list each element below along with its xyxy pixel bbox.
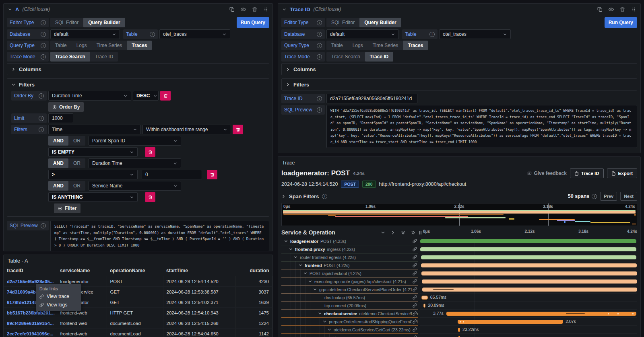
limit-input[interactable] — [48, 113, 73, 123]
bool-operator-toggle[interactable]: ANDOR — [48, 181, 85, 191]
trace-search-option[interactable]: Trace Search — [50, 52, 90, 62]
run-query-button[interactable]: Run Query — [237, 17, 269, 28]
remove-filter-button[interactable] — [145, 192, 155, 202]
remove-filter-button[interactable] — [145, 147, 155, 157]
hide-response-icon[interactable] — [609, 7, 614, 12]
span-name-cell[interactable]: prepareOrderItemsAndShippingQuoteFromCar… — [281, 318, 418, 326]
span-name-cell[interactable]: POST /api/checkout (4.22s) — [281, 269, 418, 277]
and-option[interactable]: AND — [48, 158, 68, 168]
filter-value-input[interactable] — [142, 170, 202, 179]
span-bar[interactable] — [446, 312, 636, 316]
trace-minimap[interactable]: 0μs 1.06s 2.12s 3.18s 4.24s — [281, 203, 637, 226]
delete-query-icon[interactable] — [620, 7, 625, 12]
double-chevron-right-icon[interactable] — [411, 230, 416, 235]
table-select[interactable]: otel_traces — [439, 29, 511, 39]
add-query-button[interactable]: Add query — [281, 153, 320, 153]
trace-id-option[interactable]: Trace ID — [365, 52, 394, 62]
or-option[interactable]: OR — [68, 136, 85, 146]
span-row[interactable]: frontend-proxyingress (4.22s) — [281, 245, 637, 253]
editor-type-toggle[interactable]: SQL Editor Query Builder — [50, 18, 125, 27]
and-option[interactable]: AND — [48, 181, 68, 191]
columns-section-header[interactable]: Columns — [7, 64, 269, 75]
filter-field-select[interactable]: Service Name — [89, 181, 181, 191]
double-chevron-down-icon[interactable] — [400, 230, 406, 235]
span-row[interactable]: checkoutserviceoteldemo.CheckoutService/… — [281, 310, 637, 318]
give-feedback-link[interactable]: Give feedback — [527, 171, 566, 176]
link-icon[interactable] — [412, 303, 417, 308]
query-type-traces[interactable]: Traces — [403, 41, 428, 50]
span-name-cell[interactable] — [281, 334, 418, 337]
next-button[interactable]: Next — [620, 192, 637, 201]
span-bar[interactable] — [422, 288, 637, 292]
chevron-down-icon[interactable] — [293, 255, 298, 259]
chevron-down-icon[interactable] — [289, 247, 293, 251]
drag-handle-icon[interactable] — [263, 7, 268, 12]
table-row[interactable]: 2ce7ccfc91941096c...frontend-webdocument… — [4, 329, 272, 337]
query-inspector-button[interactable]: Query inspector — [323, 153, 375, 153]
query-builder-option[interactable]: Query Builder — [83, 18, 125, 27]
query-type-toggle[interactable]: Table Logs Time Series Traces — [50, 41, 152, 50]
query-type-toggle[interactable]: Table Logs Time Series Traces — [326, 41, 428, 50]
link-icon[interactable] — [412, 335, 417, 337]
query-type-table[interactable]: Table — [326, 41, 348, 50]
query-type-timeseries[interactable]: Time Series — [92, 41, 127, 50]
col-traceid[interactable]: traceID — [4, 265, 57, 276]
delete-query-icon[interactable] — [252, 7, 257, 12]
or-option[interactable]: OR — [68, 158, 85, 168]
query-builder-option[interactable]: Query Builder — [359, 18, 401, 27]
span-row[interactable]: executing api route (pages) /api/checkou… — [281, 277, 637, 286]
query-type-traces[interactable]: Traces — [127, 41, 152, 50]
hide-response-icon[interactable] — [241, 7, 246, 12]
chevron-down-icon[interactable] — [298, 263, 303, 267]
trace-link[interactable]: 89cf4286e631591b4... — [4, 318, 57, 329]
table-row[interactable]: 89cf4286e631591b4...frontend-webdocument… — [4, 318, 272, 329]
span-name-cell[interactable]: oteldemo.CartService/GetCart (23.22ms) — [281, 326, 418, 334]
col-starttime[interactable]: startTime — [163, 265, 235, 276]
chevron-down-icon[interactable] — [380, 230, 386, 235]
link-icon[interactable] — [412, 311, 417, 316]
chevron-down-icon[interactable] — [322, 319, 327, 324]
trace-link[interactable]: 2ce7ccfc91941096c... — [4, 329, 57, 337]
span-row[interactable] — [281, 334, 637, 337]
query-type-table[interactable]: Table — [50, 41, 72, 50]
and-option[interactable]: AND — [48, 136, 68, 146]
span-name-cell[interactable]: frontend-proxyingress (4.22s) — [281, 245, 418, 253]
filter-field-select[interactable]: Parent Span ID — [89, 136, 181, 146]
span-row[interactable]: dns.lookup (65.57ms) 65.57ms — [281, 294, 637, 302]
chevron-down-icon[interactable] — [318, 311, 322, 316]
trace-id-input[interactable] — [326, 94, 417, 103]
trace-mode-toggle[interactable]: Trace Search Trace ID — [326, 52, 393, 62]
link-icon[interactable] — [412, 271, 417, 275]
col-operationname[interactable]: operationName — [107, 265, 163, 276]
drag-handle-icon[interactable] — [631, 7, 636, 12]
column-resize-handle[interactable] — [418, 231, 422, 234]
remove-filter-button[interactable] — [207, 170, 217, 179]
add-filter-button[interactable]: Filter — [54, 203, 80, 213]
link-icon[interactable] — [412, 255, 417, 259]
filters-section-header[interactable]: Filters — [282, 79, 637, 90]
span-name-cell[interactable]: router frontend egress (4.22s) — [281, 253, 418, 261]
link-icon[interactable] — [412, 287, 417, 292]
filters-section-header[interactable]: Filters — [7, 79, 269, 90]
remove-filter-button[interactable] — [233, 125, 243, 134]
filter-field-select[interactable]: Time — [48, 125, 141, 134]
span-row[interactable]: grpc.oteldemo.CheckoutService/PlaceOrder… — [281, 286, 637, 294]
sql-editor-option[interactable]: SQL Editor — [50, 18, 83, 27]
export-button[interactable]: Export — [607, 168, 637, 178]
link-icon[interactable] — [412, 327, 417, 332]
span-name-cell[interactable]: loadgeneratorPOST (4.23s) — [281, 237, 418, 245]
editor-type-toggle[interactable]: SQL Editor Query Builder — [326, 18, 401, 27]
duplicate-icon[interactable] — [229, 7, 235, 12]
link-icon[interactable] — [412, 279, 417, 284]
chevron-down-icon[interactable] — [313, 287, 317, 292]
span-bar[interactable] — [420, 239, 636, 243]
link-icon[interactable] — [412, 319, 417, 324]
span-bar[interactable] — [458, 320, 563, 324]
span-bar[interactable] — [422, 279, 637, 284]
span-bar[interactable] — [421, 255, 636, 259]
chevron-down-icon[interactable] — [303, 271, 308, 275]
panel-trace-id-header[interactable]: Trace ID (ClickHouse) — [278, 4, 640, 15]
collapse-chevron-icon[interactable] — [282, 7, 287, 12]
span-row[interactable]: frontendPOST (4.22s) — [281, 261, 637, 269]
database-select[interactable]: default — [50, 29, 120, 39]
